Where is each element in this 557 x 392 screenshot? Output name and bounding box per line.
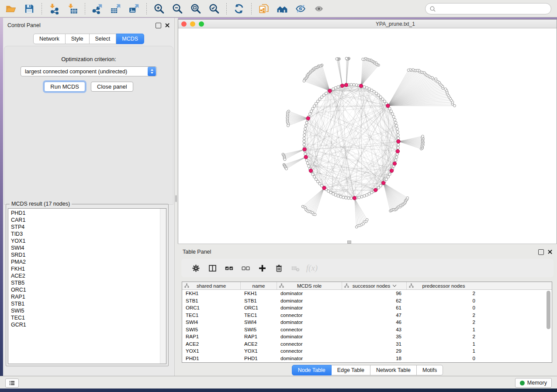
table-cell[interactable]: 62 (342, 297, 407, 305)
result-node-item[interactable]: STB5 (11, 279, 160, 286)
tab-select[interactable]: Select (90, 34, 117, 44)
table-cell[interactable]: dominator (277, 304, 342, 312)
table-row[interactable]: SWI4SWI4dominator462 (182, 319, 552, 326)
float-panel-icon[interactable] (156, 23, 161, 28)
table-cell[interactable]: 1 (407, 326, 481, 334)
close-table-panel-icon[interactable] (547, 249, 553, 255)
table-row[interactable]: FKH1FKH1dominator962 (182, 290, 552, 297)
import-network-button[interactable] (46, 2, 62, 16)
horizontal-splitter-grip[interactable] (347, 241, 351, 244)
zoom-fit-button[interactable] (188, 2, 204, 16)
open-file-button[interactable] (3, 2, 19, 16)
table-row[interactable]: RAP1RAP1dominator352 (182, 333, 552, 340)
close-panel-button[interactable]: Close panel (91, 82, 133, 92)
table-cell[interactable]: 0 (407, 355, 481, 362)
table-row[interactable]: PHD1PHD1dominator180 (182, 355, 552, 362)
table-cell[interactable]: 0 (407, 297, 481, 305)
result-node-item[interactable]: TEC1 (11, 314, 160, 321)
tab-motifs[interactable]: Motifs (417, 365, 443, 375)
first-neighbors-button[interactable] (274, 2, 290, 16)
table-cell[interactable]: 43 (342, 326, 407, 334)
result-node-item[interactable]: SWI5 (11, 307, 160, 314)
duplicate-network-button[interactable] (256, 2, 272, 16)
column-header-shared-name[interactable]: shared name (182, 282, 241, 289)
float-table-panel-icon[interactable] (538, 249, 544, 255)
table-cell[interactable]: connector (277, 326, 342, 334)
memory-button[interactable]: Memory (515, 378, 552, 388)
table-cell[interactable]: SWI4 (241, 319, 277, 326)
table-cell[interactable]: YOX1 (182, 347, 241, 355)
table-cell[interactable]: RAP1 (241, 333, 277, 340)
result-node-item[interactable]: PMA2 (11, 258, 160, 265)
show-all-button[interactable] (311, 2, 327, 16)
trash-button[interactable] (270, 261, 287, 275)
network-graph[interactable] (178, 28, 557, 244)
table-cell[interactable]: ORC1 (182, 304, 241, 312)
table-cell[interactable]: ACE2 (182, 340, 241, 348)
column-header-predecessor-nodes[interactable]: predecessor nodes (407, 282, 481, 289)
result-node-item[interactable]: YOX1 (11, 237, 160, 244)
table-cell[interactable]: PHD1 (241, 355, 277, 362)
table-cell[interactable]: SWI4 (182, 319, 241, 326)
table-cell[interactable]: 2 (407, 333, 481, 340)
table-delete-button[interactable] (287, 261, 304, 275)
import-table-button[interactable] (65, 2, 80, 16)
close-panel-icon[interactable] (164, 23, 170, 28)
table-cell[interactable]: 35 (342, 333, 407, 340)
refresh-layout-button[interactable] (231, 2, 247, 16)
table-cell[interactable]: FKH1 (241, 290, 277, 297)
result-node-item[interactable]: FKH1 (11, 265, 160, 272)
tab-mcds[interactable]: MCDS (116, 34, 144, 44)
tab-network-table[interactable]: Network Table (370, 365, 417, 375)
export-network-button[interactable] (90, 2, 105, 16)
zoom-out-button[interactable] (170, 2, 185, 16)
table-cell[interactable]: connector (277, 312, 342, 319)
zoom-in-button[interactable] (151, 2, 167, 16)
result-scrollbar[interactable] (160, 209, 166, 364)
check-pair-button[interactable] (221, 261, 237, 275)
save-session-button[interactable] (21, 2, 37, 16)
export-table-button[interactable] (108, 2, 124, 16)
table-cell[interactable]: ACE2 (241, 340, 277, 348)
table-cell[interactable]: connector (277, 340, 342, 348)
table-cell[interactable]: 2 (407, 312, 481, 319)
table-cell[interactable]: 31 (342, 340, 407, 348)
export-image-button[interactable] (126, 2, 142, 16)
result-node-item[interactable]: CAR1 (11, 217, 160, 224)
table-row[interactable]: ORC1ORC1dominator610 (182, 304, 552, 312)
task-history-button[interactable] (5, 378, 19, 388)
function-builder-button[interactable]: f(x) (304, 261, 320, 275)
table-cell[interactable]: 46 (342, 319, 407, 326)
table-cell[interactable]: RAP1 (182, 333, 241, 340)
table-cell[interactable]: SWI5 (182, 326, 241, 334)
result-node-item[interactable]: STP4 (11, 224, 160, 230)
table-cell[interactable]: 1 (407, 340, 481, 348)
uncheck-pair-button[interactable] (237, 261, 254, 275)
tab-node-table[interactable]: Node Table (292, 365, 332, 375)
table-scrollbar[interactable] (546, 290, 551, 362)
table-cell[interactable]: 2 (407, 290, 481, 297)
result-node-item[interactable]: PHD1 (11, 210, 160, 217)
table-row[interactable]: STB1STB1dominator620 (182, 297, 552, 305)
column-header-successor-nodes[interactable]: successor nodes (342, 282, 407, 289)
table-cell[interactable]: dominator (277, 297, 342, 305)
table-cell[interactable]: YOX1 (241, 347, 277, 355)
table-row[interactable]: YOX1YOX1connector291 (182, 347, 552, 355)
table-cell[interactable]: SWI5 (241, 326, 277, 334)
table-scrollbar-thumb[interactable] (547, 291, 550, 329)
network-canvas[interactable] (178, 28, 557, 244)
result-node-item[interactable]: ACE2 (11, 272, 160, 279)
table-cell[interactable]: 47 (342, 312, 407, 319)
table-cell[interactable]: FKH1 (182, 290, 241, 297)
result-node-item[interactable]: TID3 (11, 230, 160, 237)
table-cell[interactable]: 96 (342, 290, 407, 297)
result-node-item[interactable]: STB1 (11, 300, 160, 307)
table-cell[interactable]: STB1 (241, 297, 277, 305)
table-cell[interactable]: ORC1 (241, 304, 277, 312)
result-node-item[interactable]: SRD1 (11, 251, 160, 258)
table-cell[interactable]: 2 (407, 319, 481, 326)
tab-edge-table[interactable]: Edge Table (332, 365, 370, 375)
table-cell[interactable]: TEC1 (241, 312, 277, 319)
table-cell[interactable]: STB1 (182, 297, 241, 305)
add-button[interactable] (254, 261, 270, 275)
